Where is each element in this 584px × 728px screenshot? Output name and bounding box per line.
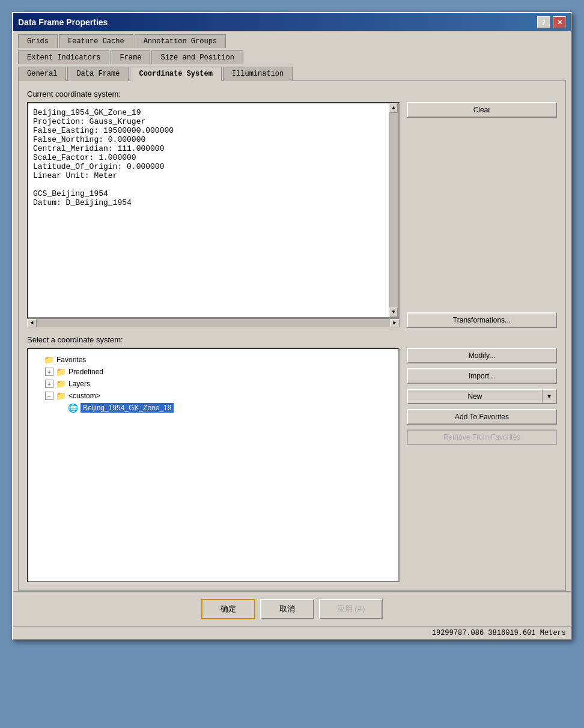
coordinate-system-panel: Current coordinate system: Beijing_1954_… — [18, 80, 566, 591]
folder-icon-predefined: 📁 — [56, 367, 66, 377]
tree-item-beijing[interactable]: 🌐 Beijing_1954_GK_Zone_19 — [57, 402, 394, 414]
title-bar-left: Data Frame Properties — [18, 17, 108, 27]
status-bar: 19299787.086 3816019.601 Meters — [13, 626, 571, 639]
expander-layers[interactable]: + — [45, 380, 53, 388]
coord-display-box: Beijing_1954_GK_Zone_19 Projection: Gaus… — [27, 102, 400, 318]
tab-grids[interactable]: Grids — [18, 34, 58, 48]
tab-data-frame[interactable]: Data Frame — [67, 67, 129, 81]
tree-container: 📁 Favorites + 📁 Predefined + — [27, 348, 400, 582]
tab-illumination[interactable]: Illumination — [223, 67, 293, 81]
transformations-button[interactable]: Transformations... — [407, 312, 557, 328]
tree-label-favorites: Favorites — [56, 356, 86, 364]
globe-icon-beijing: 🌐 — [68, 403, 78, 413]
tree-view[interactable]: 📁 Favorites + 📁 Predefined + — [27, 348, 400, 582]
folder-icon-favorites: 📁 — [44, 355, 54, 365]
coord-inner-text: Beijing_1954_GK_Zone_19 Projection: Gaus… — [28, 103, 389, 317]
import-button[interactable]: Import... — [407, 368, 557, 384]
expander-predefined[interactable]: + — [45, 368, 53, 376]
tree-label-custom: <custom> — [68, 392, 100, 400]
modify-button[interactable]: Modify... — [407, 348, 557, 363]
help-button[interactable]: ? — [537, 16, 550, 28]
bottom-button-bar: 确定 取消 应用 (A) — [13, 591, 571, 626]
coord-display-container: Beijing_1954_GK_Zone_19 Projection: Gaus… — [27, 102, 400, 328]
tree-item-layers[interactable]: + 📁 Layers — [45, 378, 394, 390]
tab-feature-cache[interactable]: Feature Cache — [59, 34, 133, 48]
add-to-favorites-button[interactable]: Add To Favorites — [407, 409, 557, 425]
tab-general[interactable]: General — [18, 67, 66, 81]
coord-text-content: Beijing_1954_GK_Zone_19 Projection: Gaus… — [33, 108, 384, 207]
new-button[interactable]: New — [407, 389, 542, 404]
title-bar: Data Frame Properties ? ✕ — [13, 13, 571, 31]
folder-icon-layers: 📁 — [56, 379, 66, 389]
tab-panel-area: Current coordinate system: Beijing_1954_… — [13, 80, 571, 591]
bottom-right-buttons: Modify... Import... New ▼ Add To Favorit… — [407, 348, 557, 582]
tree-item-favorites[interactable]: 📁 Favorites — [33, 354, 394, 366]
new-button-container: New ▼ — [407, 389, 557, 404]
folder-icon-custom: 📁 — [56, 391, 66, 401]
apply-button[interactable]: 应用 (A) — [319, 599, 383, 619]
tab-annotation-groups[interactable]: Annotation Groups — [135, 34, 226, 48]
scrollbar-vertical[interactable]: ▲ ▼ — [389, 103, 398, 317]
tab-size-and-position[interactable]: Size and Position — [151, 50, 243, 64]
select-coord-label: Select a coordinate system: — [27, 335, 557, 344]
select-coord-section: Select a coordinate system: 📁 Favorites — [27, 335, 557, 582]
current-coord-label: Current coordinate system: — [27, 89, 557, 99]
tree-item-predefined[interactable]: + 📁 Predefined — [45, 366, 394, 378]
top-content-area: Beijing_1954_GK_Zone_19 Projection: Gaus… — [27, 102, 557, 328]
tree-label-layers: Layers — [68, 380, 90, 388]
title-text: Data Frame Properties — [18, 17, 108, 27]
top-right-buttons: Clear Transformations... — [407, 102, 557, 328]
tab-frame[interactable]: Frame — [111, 50, 150, 64]
tab-row-2: Extent Indicators Frame Size and Positio… — [13, 47, 571, 64]
tab-coordinate-system[interactable]: Coordinate System — [130, 67, 221, 81]
tree-label-predefined: Predefined — [68, 368, 103, 376]
clear-button[interactable]: Clear — [407, 102, 557, 118]
status-coordinates: 19299787.086 3816019.601 Meters — [432, 629, 566, 637]
tree-item-custom[interactable]: − 📁 <custom> — [45, 390, 394, 402]
tab-row-1: Grids Feature Cache Annotation Groups — [13, 31, 571, 47]
scroll-right-arrow[interactable]: ► — [390, 319, 400, 327]
new-dropdown-arrow[interactable]: ▼ — [542, 389, 557, 404]
scroll-track-h — [37, 319, 390, 327]
confirm-button[interactable]: 确定 — [201, 599, 255, 619]
tab-extent-indicators[interactable]: Extent Indicators — [18, 50, 109, 64]
close-button[interactable]: ✕ — [553, 16, 566, 28]
scroll-track-v — [389, 113, 398, 308]
remove-from-favorites-button[interactable]: Remove From Favorites — [407, 429, 557, 445]
dialog-container: Data Frame Properties ? ✕ Grids Feature … — [12, 12, 572, 640]
scrollbar-horizontal[interactable]: ◄ ► — [27, 318, 400, 328]
bottom-content-area: 📁 Favorites + 📁 Predefined + — [27, 348, 557, 582]
scroll-left-arrow[interactable]: ◄ — [27, 319, 37, 327]
cancel-button[interactable]: 取消 — [260, 599, 314, 619]
tab-row-3: General Data Frame Coordinate System Ill… — [13, 64, 571, 80]
spacer1 — [407, 123, 557, 308]
expander-custom[interactable]: − — [45, 392, 53, 400]
scroll-up-arrow[interactable]: ▲ — [389, 103, 398, 113]
scroll-down-arrow[interactable]: ▼ — [389, 308, 398, 317]
tree-label-beijing: Beijing_1954_GK_Zone_19 — [81, 403, 174, 413]
title-bar-buttons: ? ✕ — [537, 16, 566, 28]
